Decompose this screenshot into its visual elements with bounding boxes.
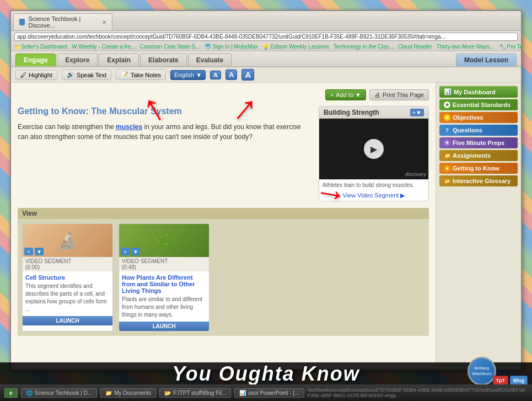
cell-card-body: Cell Structure This segment identifies a… (23, 271, 112, 316)
watermark-text: You Oughta Know (172, 362, 360, 386)
taskbar-start[interactable]: e (4, 388, 18, 398)
tab-evaluate[interactable]: Evaluate (188, 54, 232, 66)
tab-explain[interactable]: Explain (99, 54, 139, 66)
bookmark-moblymax[interactable]: 🐬 Sign In | MobyMax (205, 44, 258, 50)
arrow-right: → (311, 171, 350, 214)
bookmark-label: Thirty-two More Ways... (436, 44, 494, 50)
bookmark-sellers[interactable]: 📁 Seller's Dashboard (14, 44, 67, 50)
view-header: View (18, 208, 429, 219)
view-cards: 🔬 + ▼ VIDEO SEGMENT(6:00) Cell Structure… (18, 219, 429, 336)
questions-icon: ? (444, 127, 450, 133)
view-card-plants: 🌿 + ▼ VIDEO SEGMENT(0:48) How Plants Are… (119, 223, 209, 332)
browser-tab[interactable]: Science Techbook | Discove... ✕ (13, 13, 112, 30)
thumb-overlay: + ▼ (24, 248, 44, 255)
sidebar-questions[interactable]: ? Questions (439, 125, 518, 136)
tab-close-icon[interactable]: ✕ (102, 19, 106, 25)
bookmarks-bar: 📁 Seller's Dashboard W Weebly - Create a… (11, 42, 521, 51)
language-selector[interactable]: English ▼ (170, 70, 206, 80)
address-bar-area: app.discoveryeducation.com/techbook/conc… (11, 31, 521, 42)
sidebar-interactive-glossary[interactable]: 📂 Interactive Glossary (439, 175, 518, 186)
bookmark-label: 🐬 Sign In | MobyMax (205, 44, 258, 50)
action-buttons: + Add to ▼ 🖨 Print This Page (18, 89, 429, 100)
sidebar-assignments[interactable]: 📁 Assignments (439, 150, 518, 161)
tab-model-lesson[interactable]: Model Lesson (456, 54, 517, 66)
expand-cell-button[interactable]: ▼ (35, 248, 44, 255)
view-card-cell: 🔬 + ▼ VIDEO SEGMENT(6:00) Cell Structure… (22, 223, 113, 332)
bookmark-tech[interactable]: Technology in the Clas... (334, 44, 394, 50)
bookmark-label: Cloud Reader (398, 44, 432, 50)
bookmark-weebly[interactable]: W Weebly - Create a fre... (72, 44, 135, 50)
video-card-header: Building Strength +▼ (319, 106, 428, 119)
text-size-medium[interactable]: A (225, 69, 237, 80)
bookmark-label: Common Core State S... (140, 44, 200, 50)
bookmark-label: 🔧 Pro Teacher Task Car... (499, 44, 521, 50)
getting-icon: ● (444, 165, 450, 172)
video-title: Building Strength (324, 109, 379, 116)
assignments-icon: 📁 (444, 152, 450, 159)
dashboard-icon: 📊 (444, 88, 452, 95)
play-button[interactable]: ▶ (364, 139, 384, 159)
bookmark-edison[interactable]: 💡 Edison Weekly Lessons (262, 44, 329, 50)
plus-icon: + (330, 92, 334, 98)
cell-launch-button[interactable]: LAUNCH (23, 316, 112, 325)
five-min-icon: ✦ (444, 140, 450, 146)
text-size-small[interactable]: A (210, 71, 221, 79)
taskbar-science[interactable]: 🌐 Science Techbook | D... (21, 388, 98, 398)
plant-thumb-overlay: + ▼ (121, 248, 140, 255)
url-text: app.discoveryeducation.com/techbook/conc… (17, 34, 515, 40)
plant-launch-button[interactable]: LAUNCH (119, 322, 209, 331)
avatar: BrittanyWashburn (467, 357, 496, 386)
highlight-word[interactable]: muscles (116, 123, 142, 131)
add-to-button[interactable]: + Add to ▼ (325, 89, 366, 100)
cell-title[interactable]: Cell Structure (25, 274, 110, 281)
glossary-icon: 📂 (444, 178, 450, 184)
bookmark-cloud[interactable]: Cloud Reader (398, 44, 432, 50)
science-tab-icon: 🌐 (26, 390, 33, 396)
add-cell-button[interactable]: + (24, 248, 33, 255)
watermark-bar: You Oughta Know (0, 362, 532, 386)
speak-text-button[interactable]: 🔊 Speak Text (62, 69, 111, 80)
cell-thumbnail: 🔬 + ▼ (23, 224, 112, 257)
plant-card-body: How Plants Are Different from and Simila… (119, 271, 209, 322)
video-thumbnail[interactable]: ▶ discovery (319, 119, 428, 179)
plant-title[interactable]: How Plants Are Different from and Simila… (122, 274, 206, 294)
sidebar-essential-standards[interactable]: ★ Essential Standards (439, 99, 518, 110)
bookmark-common-core[interactable]: Common Core State S... (140, 44, 200, 50)
content-row: Getting to Know: The Muscular System Exe… (18, 106, 429, 201)
address-bar[interactable]: app.discoveryeducation.com/techbook/conc… (14, 33, 518, 41)
taskbar-documents[interactable]: 📁 My Documents (100, 388, 156, 398)
video-expand-button[interactable]: +▼ (410, 109, 424, 116)
printer-icon: 🖨 (374, 92, 380, 98)
sidebar-my-dashboard[interactable]: 📊 My Dashboard (439, 86, 518, 98)
objectives-icon: ● (444, 114, 450, 121)
sidebar-five-minute[interactable]: ✦ Five Minute Preps (439, 137, 518, 148)
speak-icon: 🔊 (67, 71, 74, 78)
tab-explore[interactable]: Explore (57, 54, 98, 66)
print-button[interactable]: 🖨 Print This Page (369, 89, 429, 100)
add-plant-button[interactable]: + (121, 248, 130, 255)
blog-icon: 📂 (164, 390, 171, 396)
discovery-watermark: discovery (405, 172, 426, 177)
tab-engage[interactable]: Engage (15, 54, 56, 66)
expand-plant-button[interactable]: ▼ (131, 248, 140, 255)
plant-thumbnail: 🌿 + ▼ (119, 224, 209, 257)
take-notes-button[interactable]: 📝 Take Notes (116, 69, 166, 80)
avatar-name: BrittanyWashburn (472, 366, 492, 376)
cell-meta: VIDEO SEGMENT(6:00) (23, 257, 112, 271)
bookmark-thirty[interactable]: Thirty-two More Ways... (436, 44, 494, 50)
page-layout: + Add to ▼ 🖨 Print This Page Getting to … (11, 83, 521, 370)
taskbar-blog[interactable]: 📂 F:\TPT stuff\Blog Fil... (159, 388, 231, 398)
notes-icon: 📝 (121, 71, 128, 78)
toolbar: 🖊 Highlight 🔊 Speak Text 📝 Take Notes En… (11, 67, 521, 83)
text-size-large[interactable]: A (241, 69, 254, 81)
sidebar-getting-to-know[interactable]: ● Getting to Know (439, 163, 518, 174)
right-sidebar: 📊 My Dashboard ★ Essential Standards ● O… (436, 83, 521, 370)
bookmark-icon: 📁 (14, 44, 20, 50)
highlight-button[interactable]: 🖊 Highlight (15, 70, 57, 80)
bookmark-pro[interactable]: 🔧 Pro Teacher Task Car... (499, 44, 521, 50)
sidebar-objectives[interactable]: ● Objectives (439, 112, 518, 123)
taskbar-powerpoint[interactable]: 📊 osol PowerPoint - [... (234, 388, 304, 398)
tab-elaborate[interactable]: Elaborate (140, 54, 187, 66)
avatar-area: BrittanyWashburn (467, 357, 496, 386)
folder-icon: 📁 (105, 390, 112, 396)
